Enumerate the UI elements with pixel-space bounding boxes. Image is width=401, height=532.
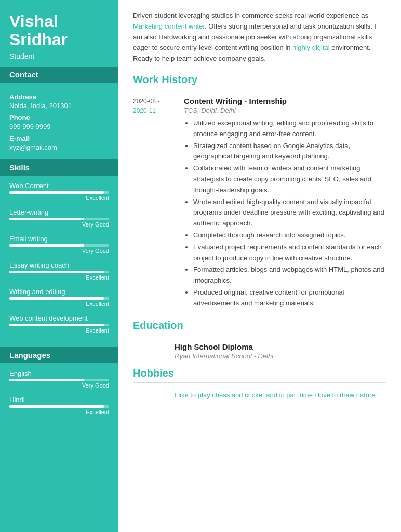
skill-item-5: Web content development Excellent <box>9 314 109 334</box>
hobbies-text: I like to play chess and cricket and in … <box>133 390 386 401</box>
work-divider <box>133 89 386 89</box>
skills-section-header: Skills <box>0 159 118 176</box>
skill-item-3: Essay writing coach Excellent <box>9 261 109 281</box>
work-dates-0: 2020-08 - 2020-11 <box>133 97 175 310</box>
skill-level-0: Excellent <box>9 195 109 201</box>
work-date-start-0: 2020-08 - <box>133 97 175 106</box>
skill-name-2: Email writing <box>9 235 109 243</box>
skill-bar-bg-2 <box>9 244 109 247</box>
work-entry-0: 2020-08 - 2020-11 Content Writing - Inte… <box>133 97 386 310</box>
sidebar: Vishal Sridhar Student Contact Address N… <box>0 0 118 532</box>
lang-bar-fill-1 <box>9 405 104 408</box>
bullet-3: Wrote and edited high-quality content an… <box>193 197 386 229</box>
lang-item-0: English Very Good <box>9 369 109 389</box>
hobbies-divider <box>133 382 386 383</box>
skill-bar-bg-1 <box>9 218 109 220</box>
education-title: Education <box>133 320 386 331</box>
skill-bar-bg-3 <box>9 271 109 273</box>
lang-level-0: Very Good <box>9 382 109 389</box>
resume-container: Vishal Sridhar Student Contact Address N… <box>0 0 401 532</box>
skill-bar-bg-0 <box>9 191 109 194</box>
languages-section-content: English Very Good Hindi Excellent <box>0 363 118 429</box>
edu-entry-0: High School Diploma Ryan International S… <box>133 342 386 360</box>
sidebar-name-block: Vishal Sridhar Student <box>0 0 118 66</box>
bullet-0: Utilized exceptional writing, editing an… <box>193 118 386 140</box>
lang-level-1: Excellent <box>9 409 109 415</box>
skill-bar-fill-2 <box>9 244 84 247</box>
work-history-title: Work History <box>133 74 386 86</box>
skill-level-1: Very Good <box>9 221 109 228</box>
skill-name-4: Writing and editing <box>9 288 109 296</box>
email-value: xyz@gmail.com <box>9 143 109 151</box>
edu-degree-0: High School Diploma <box>175 342 386 351</box>
address-value: Noida, India, 201301 <box>9 102 109 110</box>
skill-bar-fill-3 <box>9 271 104 273</box>
skill-bar-fill-5 <box>9 324 104 326</box>
lang-name-0: English <box>9 369 109 377</box>
skill-name-1: Letter-writing <box>9 208 109 216</box>
bullet-2: Collaborated with team of writers and co… <box>193 163 386 195</box>
skill-level-3: Excellent <box>9 274 109 281</box>
bullet-6: Formatted articles, blogs and webpages w… <box>193 264 386 286</box>
lang-bar-bg-0 <box>9 379 109 381</box>
contact-section-header: Contact <box>0 66 118 83</box>
skills-section-content: Web Content Excellent Letter-writing Ver… <box>0 176 118 347</box>
hobbies-title: Hobbies <box>133 367 386 379</box>
skill-item-1: Letter-writing Very Good <box>9 208 109 228</box>
candidate-name: Vishal Sridhar <box>9 12 109 49</box>
work-bullets-0: Utilized exceptional writing, editing an… <box>184 118 386 309</box>
email-label: E-mail <box>9 135 109 142</box>
work-title-0: Content Writing - Internship <box>184 97 386 105</box>
lang-bar-fill-0 <box>9 379 84 381</box>
address-label: Address <box>9 93 109 101</box>
education-divider <box>133 335 386 335</box>
bullet-4: Completed thorough research into assigne… <box>193 230 386 241</box>
skill-name-0: Web Content <box>9 182 109 190</box>
main-content: Driven student leveraging studies in com… <box>118 0 401 532</box>
bullet-1: Strategized content based on Google Anal… <box>193 141 386 163</box>
summary-highlight-digital: highly digital <box>292 44 330 51</box>
work-date-end-0: 2020-11 <box>133 106 175 115</box>
skill-level-5: Excellent <box>9 327 109 334</box>
bullet-5: Evaluated project requirements and conte… <box>193 242 386 264</box>
lang-bar-bg-1 <box>9 405 109 408</box>
skill-bar-fill-1 <box>9 218 84 220</box>
skill-level-4: Excellent <box>9 301 109 307</box>
edu-school-0: Ryan International School - Delhi <box>175 352 386 360</box>
bullet-7: Produced original, creative content for … <box>193 287 386 309</box>
lang-item-1: Hindi Excellent <box>9 396 109 415</box>
summary-link-marketing: Marketing content writer <box>133 22 205 30</box>
skill-bar-bg-5 <box>9 324 109 326</box>
skill-item-2: Email writing Very Good <box>9 235 109 254</box>
skill-item-0: Web Content Excellent <box>9 182 109 201</box>
skill-bar-bg-4 <box>9 297 109 300</box>
skill-bar-fill-4 <box>9 297 104 300</box>
skill-name-5: Web content development <box>9 314 109 322</box>
lang-name-1: Hindi <box>9 396 109 404</box>
phone-value: 999 999 9999 <box>9 123 109 130</box>
contact-section-content: Address Noida, India, 201301 Phone 999 9… <box>0 83 118 159</box>
skill-item-4: Writing and editing Excellent <box>9 288 109 307</box>
skill-bar-fill-0 <box>9 191 104 194</box>
work-details-0: Content Writing - Internship TCS, Delhi,… <box>184 97 386 310</box>
skill-level-2: Very Good <box>9 248 109 254</box>
languages-section-header: Languages <box>0 347 118 363</box>
summary-text: Driven student leveraging studies in com… <box>133 10 386 64</box>
work-company-0: TCS, Delhi, Delhi <box>184 107 386 114</box>
candidate-title: Student <box>9 52 109 60</box>
phone-label: Phone <box>9 114 109 122</box>
skill-name-3: Essay writing coach <box>9 261 109 269</box>
